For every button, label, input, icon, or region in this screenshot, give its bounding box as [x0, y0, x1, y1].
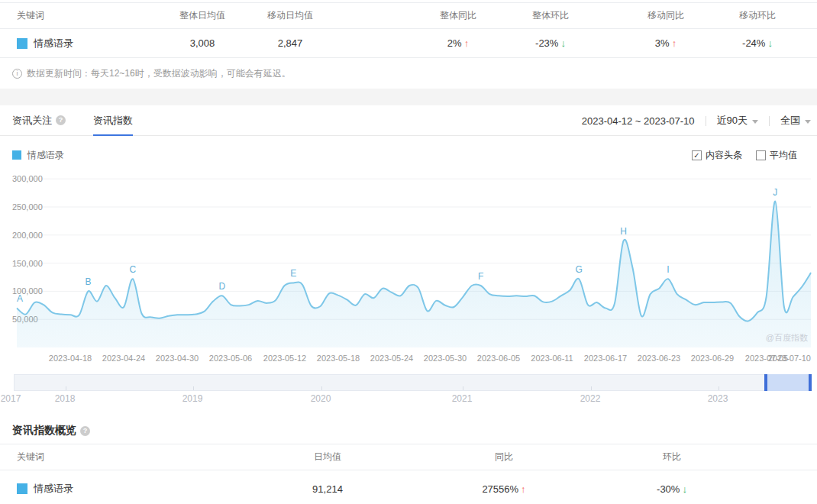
series-legend-label: 情感语录 — [27, 149, 64, 162]
timeline-year-label: 2020 — [311, 393, 331, 404]
x-axis-tick-label: 2023-06-23 — [638, 354, 680, 363]
baidu-index-page: { "summary_table": { "headers": ["关键词", … — [0, 0, 817, 504]
summary-header-mobile-mom: 移动环比 — [712, 9, 803, 22]
overview-table: 关键词 日均值 同比 环比 情感语录 91,214 27556%↑ -30%↓ — [0, 444, 817, 504]
overview-keyword-label: 情感语录 — [34, 482, 73, 496]
overview-daily-avg-value: 91,214 — [266, 483, 389, 495]
tab-news-attention[interactable]: 资讯关注 ? — [12, 105, 66, 136]
x-axis-tick-label: 2023-05-12 — [263, 354, 306, 363]
overview-data-row: 情感语录 91,214 27556%↑ -30%↓ — [0, 470, 817, 504]
help-icon[interactable]: ? — [56, 115, 66, 125]
overall-yoy-value: 2%↑ — [412, 37, 504, 49]
content-headlines-checkbox[interactable]: ✓ — [692, 150, 702, 160]
svg-text:150,000: 150,000 — [12, 259, 43, 268]
overview-yoy-value: 27556%↑ — [443, 483, 565, 495]
x-axis-tick-label: 2023-05-24 — [370, 354, 413, 363]
timeline-year-label: 2018 — [55, 393, 76, 404]
brush-tick — [193, 386, 194, 390]
svg-text:B: B — [85, 276, 91, 287]
svg-text:E: E — [290, 268, 296, 279]
keyword-cell[interactable]: 情感语录 — [0, 37, 141, 50]
keyword-color-swatch — [17, 483, 27, 494]
filter-separator — [706, 116, 706, 126]
x-axis-tick-label: 2023-05-30 — [424, 354, 467, 363]
chart-filters: 2023-04-12 ~ 2023-07-10 近90天 全国 — [582, 105, 811, 136]
svg-text:250,000: 250,000 — [12, 202, 43, 212]
chart-options: ✓ 内容头条 平均值 — [692, 149, 811, 162]
tab-news-index-label: 资讯指数 — [93, 114, 133, 128]
summary-header-mobile-yoy: 移动同比 — [620, 9, 712, 22]
info-icon: i — [12, 69, 22, 79]
trend-chart-svg: 50,000100,000150,000200,000250,000300,00… — [0, 170, 817, 350]
brush-handle-right[interactable] — [809, 374, 812, 391]
x-axis-tick-label: 2023-07-10 — [768, 354, 811, 363]
brush-track[interactable] — [14, 374, 811, 391]
x-axis-tick-label: 2023-04-18 — [49, 354, 92, 363]
overview-header-row: 关键词 日均值 同比 环比 — [0, 444, 817, 470]
summary-header-mobile-daily: 移动日均值 — [263, 9, 317, 22]
overview-title: 资讯指数概览 — [12, 424, 76, 438]
x-axis-tick-label: 2023-06-11 — [531, 354, 573, 363]
help-icon[interactable]: ? — [80, 426, 90, 436]
summary-header-overall-daily: 整体日均值 — [141, 9, 263, 22]
chart-tabs-bar: 资讯关注 ? 资讯指数 2023-04-12 ~ 2023-07-10 近90天… — [0, 105, 817, 136]
summary-data-row: 情感语录 3,008 2,847 2%↑ -23%↓ 3%↑ -24%↓ — [0, 29, 817, 58]
svg-text:H: H — [620, 226, 627, 237]
overall-mom-value: -23%↓ — [505, 37, 596, 49]
timeline-year-label: 2017 — [1, 393, 21, 404]
brush-tick — [719, 386, 719, 390]
note-text: 数据更新时间：每天12~16时，受数据波动影响，可能会有延迟。 — [27, 67, 291, 80]
x-axis-tick-label: 2023-05-18 — [317, 354, 360, 363]
summary-header-keyword: 关键词 — [0, 9, 141, 22]
x-axis-tick-label: 2023-04-24 — [102, 354, 145, 363]
overview-yoy-arrow-icon: ↑ — [521, 483, 526, 495]
overview-header-mom: 环比 — [611, 451, 733, 464]
overview-mom-arrow-icon: ↓ — [682, 483, 687, 495]
region-dropdown[interactable]: 全国 — [780, 114, 811, 128]
x-axis-tick-label: 2023-06-29 — [691, 354, 734, 363]
brush-tick — [321, 386, 322, 390]
mobile-daily-avg-value: 2,847 — [263, 37, 317, 49]
brush-handle-left[interactable] — [764, 374, 767, 391]
x-axis-tick-label: 2023-05-06 — [209, 354, 252, 363]
trend-chart: 50,000100,000150,000200,000250,000300,00… — [0, 170, 817, 352]
series-color-swatch — [12, 150, 21, 160]
overview-keyword-cell[interactable]: 情感语录 — [0, 482, 141, 496]
timeline-year-label: 2019 — [182, 393, 203, 404]
svg-text:I: I — [667, 264, 669, 275]
tab-news-index[interactable]: 资讯指数 — [93, 105, 133, 136]
keyword-label: 情感语录 — [34, 37, 73, 50]
x-axis-tick-label: 2023-06-05 — [477, 354, 520, 363]
overview-mom-value: -30%↓ — [611, 483, 733, 495]
average-label: 平均值 — [770, 149, 797, 162]
content-headlines-label: 内容头条 — [706, 149, 742, 162]
tab-news-attention-label: 资讯关注 — [12, 114, 52, 128]
period-dropdown[interactable]: 近90天 — [717, 114, 758, 128]
svg-text:@百度指数: @百度指数 — [766, 333, 808, 342]
date-range-text: 2023-04-12 ~ 2023-07-10 — [582, 115, 695, 127]
brush-tick — [66, 386, 66, 390]
svg-text:300,000: 300,000 — [12, 174, 43, 183]
mobile-mom-arrow-icon: ↓ — [767, 37, 773, 49]
svg-text:J: J — [773, 187, 777, 198]
brush-selection[interactable] — [764, 374, 812, 391]
brush-tick — [591, 386, 592, 390]
brush-tick — [463, 386, 463, 390]
overview-header-yoy: 同比 — [443, 451, 565, 464]
chevron-down-icon — [752, 120, 758, 124]
overview-header-keyword: 关键词 — [0, 451, 141, 464]
chart-legend-row: 情感语录 ✓ 内容头条 平均值 — [0, 148, 817, 162]
mobile-mom-value: -24%↓ — [712, 37, 803, 49]
overall-mom-arrow-icon: ↓ — [560, 37, 566, 49]
timeline-brush — [0, 374, 817, 391]
keyword-color-swatch — [17, 38, 27, 49]
summary-header-overall-mom: 整体环比 — [505, 9, 596, 22]
svg-text:D: D — [218, 281, 225, 292]
average-checkbox[interactable] — [756, 150, 766, 160]
svg-text:F: F — [478, 271, 483, 282]
timeline-year-label: 2023 — [708, 393, 728, 404]
x-axis-tick-label: 2023-04-30 — [156, 354, 199, 363]
svg-text:200,000: 200,000 — [12, 231, 43, 240]
svg-text:G: G — [576, 264, 583, 275]
series-legend[interactable]: 情感语录 — [12, 149, 64, 162]
